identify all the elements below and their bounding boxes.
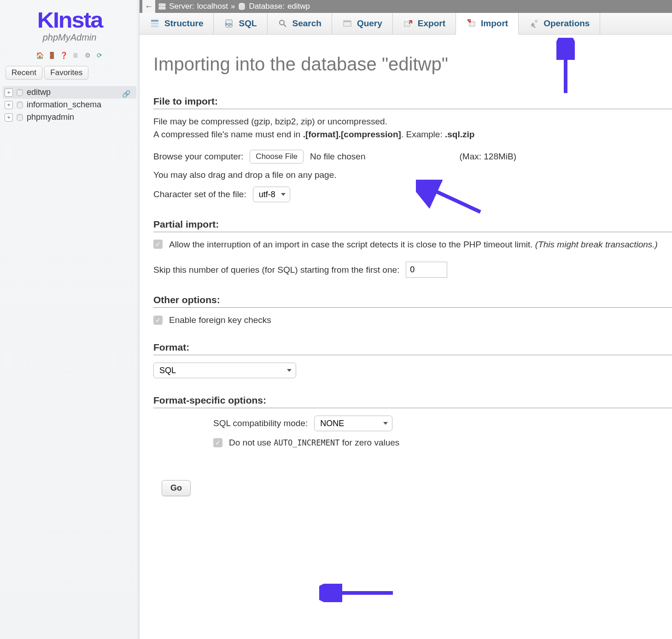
db-label: information_schema [27, 100, 101, 110]
breadcrumb-separator: » [231, 2, 235, 11]
db-label: editwp [27, 88, 51, 97]
choose-file-button[interactable]: Choose File [250, 150, 304, 164]
compress-example: A compressed file's name must end in .[f… [153, 129, 672, 140]
allow-interruption-label: Allow the interruption of an import in c… [169, 240, 535, 249]
svg-rect-14 [344, 21, 351, 22]
tab-bar: Structure SQL SQL Search Query [140, 13, 672, 35]
favorites-button[interactable]: Favorites [44, 66, 88, 80]
breadcrumb-db-prefix: Database: [249, 2, 285, 11]
db-item-editwp[interactable]: + editwp [3, 86, 136, 99]
tab-structure[interactable]: Structure [140, 13, 214, 34]
foreign-key-label: Enable foreign key checks [169, 315, 271, 325]
browse-label: Browse your computer: [153, 152, 243, 162]
recent-button[interactable]: Recent [6, 66, 42, 80]
breadcrumb-server-prefix: Server: [169, 2, 194, 11]
svg-point-11 [280, 20, 284, 25]
section-format: Format: [153, 342, 672, 355]
phpmyadmin-subtitle: phpMyAdmin [0, 32, 139, 43]
database-tree: + editwp + information_schema + phpmyadm… [0, 83, 139, 126]
import-page: Importing into the database "editwp" Fil… [140, 35, 672, 515]
sidebar-icon-row: 🏠 🚪 ❓ 🗎 ⚙ ⟳ [0, 50, 139, 60]
tab-operations[interactable]: Operations [519, 13, 600, 34]
skip-queries-input[interactable] [406, 262, 447, 278]
expand-icon[interactable]: + [5, 113, 13, 122]
import-icon [466, 18, 476, 29]
section-file-to-import: File to import: [153, 96, 672, 109]
export-icon [403, 18, 413, 29]
db-item-information-schema[interactable]: + information_schema [3, 99, 136, 111]
tab-label: Structure [164, 18, 203, 29]
operations-icon [529, 18, 539, 29]
tab-label: Query [357, 18, 382, 29]
home-icon[interactable]: 🏠 [35, 50, 45, 60]
compat-mode-label: SQL compatibility mode: [213, 418, 308, 428]
breadcrumb: ← Server: localhost » Database: editwp [140, 0, 672, 13]
breadcrumb-server-name: localhost [197, 2, 228, 11]
section-other-options: Other options: [153, 294, 672, 308]
breadcrumb-server[interactable]: Server: localhost [158, 2, 228, 11]
drag-hint: You may also drag and drop a file on any… [153, 170, 672, 180]
database-icon [16, 88, 24, 97]
structure-icon [150, 18, 160, 29]
compress-note: File may be compressed (gzip, bzip2, zip… [153, 117, 672, 127]
max-upload-size: (Max: 128MiB) [459, 152, 516, 162]
tab-import[interactable]: Import [456, 13, 519, 35]
annotation-arrow-go [319, 584, 397, 602]
tab-export[interactable]: Export [393, 13, 456, 34]
compat-mode-select[interactable]: NONE [314, 416, 392, 431]
database-icon [16, 101, 24, 109]
svg-rect-7 [151, 23, 158, 24]
db-item-phpmyadmin[interactable]: + phpmyadmin [3, 111, 136, 123]
help-icon[interactable]: ❓ [58, 50, 69, 60]
svg-text:SQL: SQL [225, 22, 233, 26]
sql-icon[interactable]: 🗎 [70, 50, 81, 60]
page-title: Importing into the database "editwp" [153, 54, 672, 75]
go-button[interactable]: Go [162, 480, 191, 496]
sql-icon: SQL [224, 18, 234, 29]
expand-icon[interactable]: + [5, 101, 13, 109]
section-format-specific: Format-specific options: [153, 395, 672, 408]
skip-queries-label: Skip this number of queries (for SQL) st… [153, 265, 399, 275]
charset-select[interactable]: utf-8 [253, 187, 290, 202]
svg-line-12 [284, 24, 286, 27]
query-icon [342, 18, 352, 29]
tab-search[interactable]: Search [268, 13, 332, 34]
tab-label: Search [292, 18, 321, 29]
tab-label: Export [418, 18, 445, 29]
reload-icon[interactable]: ⟳ [94, 50, 105, 60]
tab-query[interactable]: Query [332, 13, 393, 34]
settings-icon[interactable]: ⚙ [82, 50, 93, 60]
kinsta-logo-text: KInsta [37, 9, 102, 31]
no-auto-increment-checkbox[interactable]: ✓ [213, 438, 222, 447]
no-file-chosen: No file chosen [310, 152, 365, 162]
tab-sql[interactable]: SQL SQL [214, 13, 267, 34]
svg-rect-15 [404, 22, 410, 26]
logout-icon[interactable]: 🚪 [47, 50, 57, 60]
format-select[interactable]: SQL [153, 363, 296, 378]
expand-icon[interactable]: + [5, 88, 13, 97]
section-partial-import: Partial import: [153, 219, 672, 232]
database-icon [16, 113, 24, 122]
svg-rect-8 [151, 25, 158, 27]
allow-interruption-checkbox[interactable]: ✓ [153, 240, 163, 249]
svg-rect-6 [151, 20, 158, 22]
tab-label: Import [481, 18, 508, 29]
back-button[interactable]: ← [142, 0, 155, 13]
allow-interruption-warning: (This might break transactions.) [535, 240, 658, 249]
database-icon [238, 2, 246, 11]
tab-label: SQL [239, 18, 257, 29]
db-label: phpmyadmin [27, 112, 74, 122]
no-auto-increment-label: Do not use AUTO_INCREMENT for zero value… [229, 438, 399, 448]
tab-label: Operations [543, 18, 590, 29]
sidebar: KInsta phpMyAdmin 🏠 🚪 ❓ 🗎 ⚙ ⟳ Recent Fav… [0, 0, 140, 639]
link-icon[interactable]: 🔗 [122, 90, 131, 98]
breadcrumb-database[interactable]: Database: editwp [238, 2, 310, 11]
breadcrumb-db-name: editwp [287, 2, 310, 11]
search-icon [278, 18, 288, 29]
logo: KInsta phpMyAdmin [0, 0, 139, 46]
foreign-key-checkbox[interactable]: ✓ [153, 316, 163, 325]
svg-point-17 [535, 20, 538, 23]
svg-rect-4 [159, 7, 165, 9]
charset-label: Character set of the file: [153, 189, 246, 199]
svg-rect-3 [159, 4, 165, 6]
